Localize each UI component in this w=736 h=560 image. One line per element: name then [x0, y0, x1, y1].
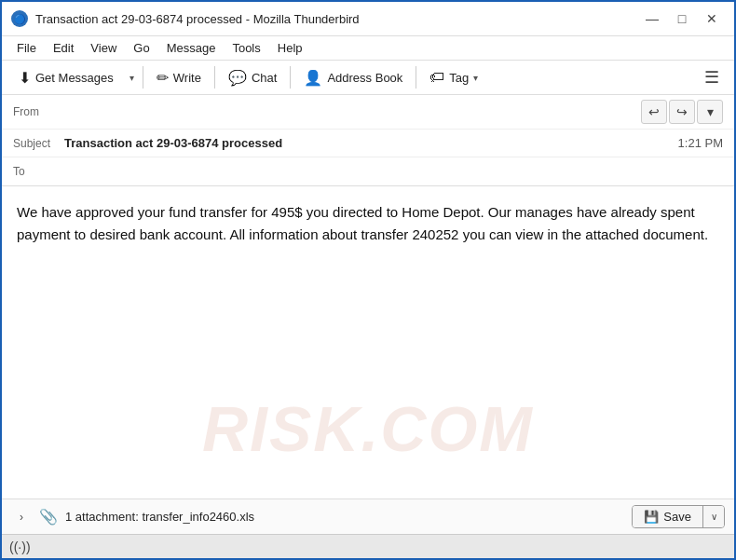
more-actions-button[interactable]: ▾ [697, 100, 723, 124]
menu-bar: File Edit View Go Message Tools Help [2, 36, 734, 61]
save-button-group: 💾 Save ∨ [632, 505, 725, 528]
attachment-bar: › 📎 1 attachment: transfer_info2460.xls … [2, 499, 734, 534]
write-button[interactable]: ✏ Write [147, 65, 211, 90]
chat-button[interactable]: 💬 Chat [219, 65, 286, 90]
subject-value: Transaction act 29-03-6874 processed [64, 136, 660, 150]
subject-label: Subject [13, 137, 64, 150]
menu-view[interactable]: View [83, 38, 124, 58]
status-bar: ((·)) [2, 534, 734, 558]
chat-label: Chat [252, 71, 277, 85]
tag-button[interactable]: 🏷 Tag ▾ [420, 65, 487, 89]
toolbar-separator-1 [143, 66, 143, 89]
address-book-button[interactable]: 👤 Address Book [294, 65, 412, 90]
subject-row: Subject Transaction act 29-03-6874 proce… [2, 130, 734, 157]
to-label: To [13, 165, 64, 178]
thunderbird-window: 🔵 Transaction act 29-03-6874 processed -… [0, 0, 736, 560]
expand-attachment-button[interactable]: › [11, 507, 32, 527]
attachment-filename: 1 attachment: transfer_info2460.xls [65, 510, 624, 524]
paperclip-icon: 📎 [39, 508, 58, 526]
write-icon: ✏ [157, 69, 169, 87]
menu-help[interactable]: Help [270, 38, 310, 58]
tag-dropdown-icon: ▾ [473, 73, 478, 83]
expand-icon: › [20, 511, 23, 524]
toolbar-separator-4 [416, 66, 416, 89]
email-body-text: We have approved your fund transfer for … [17, 201, 719, 246]
close-button[interactable]: ✕ [699, 7, 725, 30]
address-book-label: Address Book [327, 71, 402, 85]
menu-tools[interactable]: Tools [225, 38, 267, 58]
menu-file[interactable]: File [9, 38, 44, 58]
app-icon-letter: 🔵 [14, 14, 25, 24]
toolbar-separator-3 [290, 66, 291, 89]
header-actions: ↩ ↪ ▾ [641, 100, 723, 124]
email-body: We have approved your fund transfer for … [2, 186, 734, 499]
save-button[interactable]: 💾 Save [633, 506, 703, 527]
reply-button[interactable]: ↩ [641, 100, 667, 124]
maximize-button[interactable]: □ [669, 7, 695, 30]
save-icon: 💾 [644, 510, 659, 524]
window-title: Transaction act 29-03-6874 processed - M… [35, 12, 360, 26]
tag-icon: 🏷 [429, 69, 444, 86]
to-row: To [2, 157, 734, 185]
chat-icon: 💬 [228, 69, 247, 87]
title-bar-left: 🔵 Transaction act 29-03-6874 processed -… [11, 10, 360, 27]
menu-go[interactable]: Go [126, 38, 157, 58]
from-row: From ↩ ↪ ▾ [2, 95, 734, 130]
toolbar-separator-2 [214, 66, 215, 89]
get-messages-icon: ⬇ [19, 69, 31, 87]
watermark: RISK.COM [202, 378, 534, 480]
get-messages-button[interactable]: ⬇ Get Messages [9, 65, 123, 90]
save-label: Save [663, 510, 691, 524]
save-dropdown-button[interactable]: ∨ [703, 506, 724, 527]
menu-edit[interactable]: Edit [46, 38, 81, 58]
from-label: From [13, 105, 64, 118]
email-timestamp: 1:21 PM [678, 136, 723, 150]
signal-icon: ((·)) [9, 540, 31, 554]
menu-message[interactable]: Message [159, 38, 224, 58]
forward-button[interactable]: ↪ [669, 100, 695, 124]
get-messages-label: Get Messages [35, 71, 114, 85]
title-bar-controls: — □ ✕ [639, 7, 725, 30]
write-label: Write [173, 71, 201, 85]
email-header: From ↩ ↪ ▾ Subject Transaction act 29-03… [2, 95, 734, 186]
address-book-icon: 👤 [304, 69, 322, 87]
save-dropdown-icon: ∨ [711, 512, 717, 522]
get-messages-dropdown-icon: ▾ [129, 73, 134, 83]
tag-label: Tag [449, 71, 469, 85]
title-bar: 🔵 Transaction act 29-03-6874 processed -… [2, 2, 734, 36]
hamburger-icon: ☰ [704, 67, 719, 88]
hamburger-button[interactable]: ☰ [697, 64, 727, 90]
toolbar: ⬇ Get Messages ▾ ✏ Write 💬 Chat 👤 Addres… [2, 61, 734, 95]
minimize-button[interactable]: — [639, 7, 665, 30]
app-icon: 🔵 [11, 10, 28, 27]
get-messages-dropdown[interactable]: ▾ [125, 69, 139, 87]
